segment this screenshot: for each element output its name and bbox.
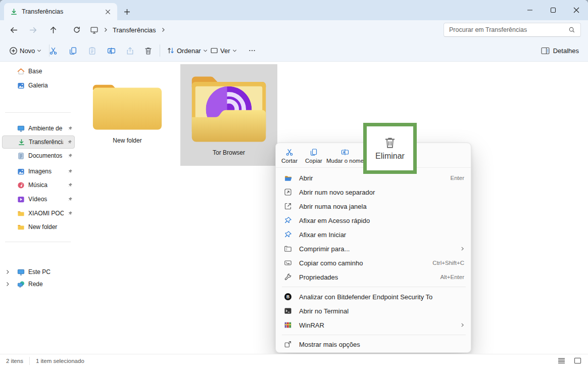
folder-icon [79,64,176,135]
copy-command-button[interactable]: Copiar [302,146,325,166]
toolbar-divider [160,44,160,57]
sidebar-item-ambiente-de-trabalho[interactable]: Ambiente de tra [2,122,75,135]
menu-item-comprimir-para[interactable]: Comprimir para... [278,242,469,256]
downloads-icon [18,139,25,146]
sidebar-item-label: Rede [28,281,73,288]
sidebar-item-musica[interactable]: Música [2,178,75,192]
copy-button[interactable] [67,45,78,56]
folder-icon [17,210,25,217]
new-button-label: Novo [20,47,35,55]
forward-button[interactable] [25,22,40,37]
desktop-icon [17,125,25,132]
sidebar-item-label: Imagens [28,168,64,175]
search-icon[interactable] [568,26,575,33]
sidebar-item-xiaomi-poco[interactable]: XIAOMI POCO F [2,207,75,220]
file-tile-tor-browser[interactable]: Tor Browser [180,64,277,166]
details-pane-button[interactable]: Detalhes [541,43,579,58]
delete-command-icon[interactable] [383,136,397,149]
winrar-icon [283,320,292,330]
tab-title: Transferências [22,8,102,15]
chevron-down-icon [37,49,41,53]
file-tile-new-folder[interactable]: New folder [79,64,176,166]
large-icons-view-toggle[interactable] [572,355,583,365]
sort-button-label: Ordenar [177,47,201,55]
menu-item-afixar-acesso-rapido[interactable]: Afixar em Acesso rápido [278,213,469,227]
up-button[interactable] [45,22,61,37]
view-button[interactable]: Ver [206,43,241,58]
sidebar-item-galeria[interactable]: Galeria [2,79,75,92]
menu-item-winrar[interactable]: WinRAR [278,318,469,332]
pin-icon [283,216,292,225]
sidebar-item-label: Ambiente de tra [28,125,64,132]
minimize-button[interactable] [518,0,542,20]
tor-browser-folder-icon [180,64,277,147]
menu-item-label: Afixar em Iniciar [299,231,464,239]
rename-button[interactable] [106,45,117,56]
delete-button[interactable] [142,45,154,56]
annotation-highlight-box: Eliminar [363,123,417,174]
sidebar-separator [5,112,71,113]
video-icon [17,196,25,203]
maximize-button[interactable] [542,0,565,20]
menu-item-label: Copiar como caminho [299,259,426,267]
paste-button[interactable] [86,45,97,56]
share-button[interactable] [124,45,135,56]
sidebar-item-imagens[interactable]: Imagens [2,165,75,178]
file-explorer-window: Transferências [0,0,588,367]
svg-text:B: B [286,294,289,299]
back-button[interactable] [6,22,21,37]
menu-item-abrir-nova-janela[interactable]: Abrir numa nova janela [278,199,469,213]
new-button[interactable]: Novo [5,43,45,58]
breadcrumb: Transferências [90,22,165,37]
tab-transferencias[interactable]: Transferências [4,3,117,20]
tab-close-icon[interactable] [102,6,113,17]
list-view-toggle[interactable] [556,355,567,365]
breadcrumb-segment[interactable]: Transferências [113,26,156,34]
sort-button[interactable]: Ordenar [163,43,212,58]
menu-item-abrir-novo-separador[interactable]: Abrir num novo separador [278,185,469,199]
sidebar-item-new-folder[interactable]: New folder [2,220,75,234]
menu-item-copiar-como-caminho[interactable]: Copiar como caminho Ctrl+Shift+C [278,256,469,270]
compress-zip-icon [283,244,292,253]
menu-separator [282,287,466,287]
menu-item-shortcut: Enter [451,175,465,181]
sidebar-item-label: Este PC [28,268,73,276]
menu-item-label: Abrir [299,174,444,182]
terminal-icon [283,306,292,315]
window-controls [518,0,588,20]
chevron-down-icon [232,49,237,53]
cut-button[interactable] [47,45,59,56]
downloads-icon [10,8,18,16]
menu-item-label: Mostrar mais opções [299,341,464,348]
this-pc-icon[interactable] [90,26,99,34]
gallery-icon [17,82,25,89]
search-input[interactable]: Procurar em Transferências [444,23,581,37]
sidebar-item-documentos[interactable]: Documentos [2,149,75,162]
pin-icon [67,140,72,145]
menu-item-mostrar-mais-opcoes[interactable]: Mostrar mais opções [278,337,469,351]
sidebar-item-base[interactable]: Base [2,65,75,78]
menu-item-label: Afixar em Acesso rápido [299,217,464,224]
sidebar-item-rede[interactable]: Rede [2,278,75,291]
close-button[interactable] [565,0,588,20]
menu-item-label: Abrir num novo separador [299,189,464,196]
pictures-icon [17,168,25,175]
navigation-bar: Transferências Procurar em Transferência… [0,20,588,39]
menu-item-afixar-iniciar[interactable]: Afixar em Iniciar [278,227,469,242]
document-icon [17,152,25,160]
cut-command-button[interactable]: Cortar [279,146,300,166]
more-options-button[interactable] [247,45,258,56]
new-tab-button[interactable] [121,6,132,17]
sidebar-item-transferencias[interactable]: Transferências [2,135,75,149]
delete-command-label[interactable]: Eliminar [375,152,405,161]
menu-item-abrir-terminal[interactable]: Abrir no Terminal [278,304,469,318]
sidebar-item-videos[interactable]: Vídeos [2,193,75,206]
this-pc-icon [17,268,25,276]
menu-item-bitdefender[interactable]: B Analizar con Bitdefender Endpoint Secu… [278,290,469,304]
refresh-button[interactable] [69,22,84,37]
music-icon [17,181,25,189]
menu-item-propriedades[interactable]: Propriedades Alt+Enter [278,270,469,284]
menu-item-label: Propriedades [299,273,433,281]
rename-command-button[interactable]: Mudar o nome [325,146,365,166]
sidebar-item-este-pc[interactable]: Este PC [2,265,75,279]
